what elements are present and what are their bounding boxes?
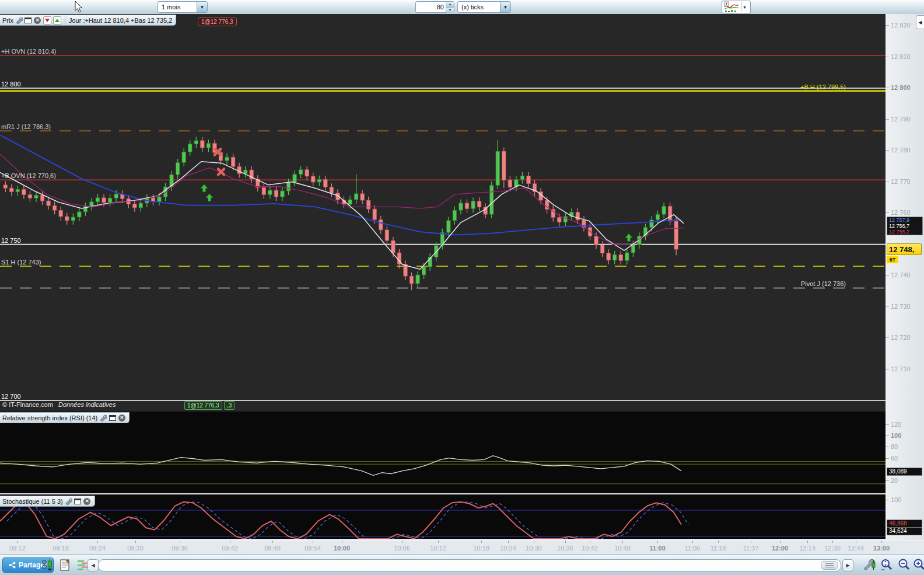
footer-position-badge-suffix[interactable]: ,3 [224,401,235,410]
axis-tag: 12 756,7 [887,223,922,229]
time-label: 09:42 [222,545,238,552]
level-label: mR1 J (12 786,3) [1,123,51,130]
level-label: +B H (12 799,5) [800,83,846,90]
last-price-tag: 12 748, [887,243,922,255]
time-label: 12:44 [848,545,864,552]
top-toolbar: 1 mois ▼ 80 ▲ ▼ (x) ticks ▼ ▼ [0,0,924,15]
price-chart-canvas[interactable] [0,14,886,412]
time-label: 09:12 [9,545,26,552]
time-tick [832,541,833,543]
time-label: 10:48 [614,545,631,552]
scrollbar-thumb[interactable] [821,561,838,570]
rsi-line [0,456,681,476]
buy-signal-marker [201,184,208,192]
time-tick [438,541,439,543]
mouse-cursor [75,1,83,13]
wrench-icon[interactable] [65,497,72,505]
time-tick [135,541,136,543]
rsi-chart-canvas[interactable] [0,412,886,493]
time-label: 11:37 [743,545,759,552]
level-label: +B OVN (12 770,6) [1,172,56,179]
price-panel-title: Prix [2,17,13,24]
time-label: 12:00 [772,545,788,552]
time-label: 12:30 [824,545,841,552]
window-icon[interactable] [24,16,32,24]
price-panel-header: Prix ✕ Jour :+Haut 12 810,4 +Bas 12 735,… [0,15,176,26]
time-label: 10:12 [430,545,446,552]
zoom-out-icon[interactable] [897,558,911,572]
time-tick [780,541,780,543]
chevron-down-icon[interactable]: ▼ [197,2,207,12]
scroll-left-button[interactable]: ◀ [88,559,99,571]
share-icon [9,562,16,569]
rsi-panel-title: Relative strength index (RSI) (14) [2,414,97,421]
chart-settings-icon[interactable] [862,558,876,572]
copyright-text: © IT-Finance.com [2,401,53,408]
level-label: 12 800 [1,81,21,88]
time-tick [97,541,98,543]
buy-signal-marker [625,234,632,241]
wrench-icon[interactable] [99,414,107,421]
position-size-tag: 6T [887,256,898,263]
positions-icon[interactable] [41,558,55,572]
time-label: 12:14 [799,545,816,552]
stochastic-chart-canvas[interactable] [0,494,886,540]
ma-fast-white-line [0,162,684,270]
sell-arrow-icon[interactable] [43,16,51,25]
tick-count-value: 80 [416,4,446,11]
indicator-value-tags: 12 757,912 756,712 755,2 [887,217,923,235]
time-label: 11:00 [649,545,666,552]
time-tick [402,541,402,543]
time-label: 09:48 [264,545,281,552]
chart-scrollbar[interactable] [98,559,841,571]
time-tick [692,541,693,543]
time-tick [565,541,566,543]
close-icon[interactable]: ✕ [34,16,41,24]
buy-signal-marker [206,194,213,201]
chevron-down-icon[interactable]: ▼ [743,5,747,9]
rsi-panel: Relative strength index (RSI) (14) ✕ [0,412,886,493]
close-icon[interactable]: ✕ [83,497,91,505]
time-label: 10:18 [473,545,489,552]
time-tick [856,541,856,543]
price-axis-column[interactable]: 12 757,912 756,712 755,2 12 748, 6T 38,0… [886,14,924,540]
open-position-badge[interactable]: 1@12 776,3 [198,18,237,26]
time-label: 11:18 [710,545,726,552]
rsi-value-tag: 38,089 [887,468,922,476]
time-tick [534,541,534,543]
chevron-down-icon[interactable]: ▼ [500,2,510,12]
time-label: 09:30 [127,545,144,552]
time-label: 10:42 [582,545,598,552]
stoch-d-line [7,502,688,539]
axis-tag: 12 757,9 [887,217,922,223]
collapse-axis-button[interactable]: ◀ [916,15,924,29]
candlestick-series [4,137,678,290]
time-tick [61,541,61,543]
spinner-down-icon[interactable]: ▼ [446,7,454,13]
time-tick [622,541,623,543]
period-select-value: 1 mois [158,4,197,11]
close-icon[interactable]: ✕ [118,414,125,421]
time-tick [657,541,658,543]
wrench-icon[interactable] [15,16,23,24]
time-label: 09:36 [172,545,188,552]
window-icon[interactable] [74,497,82,505]
add-indicator-button[interactable]: ▼ [722,1,751,13]
period-select[interactable]: 1 mois ▼ [158,1,208,13]
scroll-right-button[interactable]: ▶ [842,559,853,571]
buy-arrow-icon[interactable] [53,16,61,25]
spinner-up-icon[interactable]: ▲ [446,2,454,7]
zoom-fit-icon[interactable] [880,558,894,572]
tick-count-spinner[interactable]: 80 ▲ ▼ [415,1,454,13]
stochastic-panel-title: Stochastique (11 5 3) [2,498,63,505]
window-icon[interactable] [108,414,116,421]
zoom-in-icon[interactable] [912,558,924,572]
axis-tag: 12 755,2 [887,229,922,235]
time-axis[interactable]: 09:1209:1809:2409:3009:3609:4209:4809:54… [0,540,924,555]
news-icon[interactable] [58,558,72,572]
time-tick [508,541,509,543]
stoch-d-value-tag: 34,624 [887,527,922,535]
tick-units-select[interactable]: (x) ticks ▼ [457,1,511,13]
footer-position-badge[interactable]: 1@12 776,3 [184,401,222,410]
time-label: 09:18 [52,545,69,552]
